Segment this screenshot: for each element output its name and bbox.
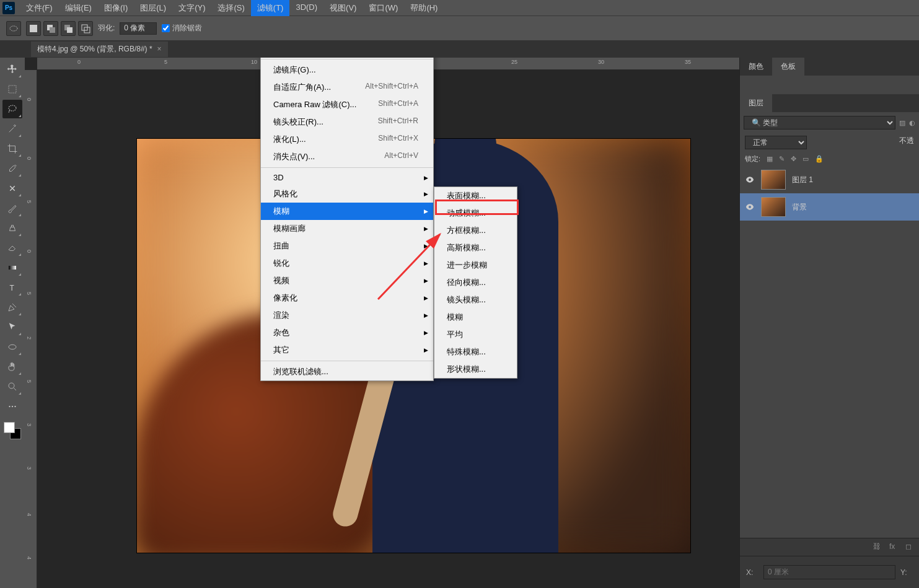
menu-像素化[interactable]: 像素化 — [261, 289, 433, 307]
lock-all-icon[interactable]: 🔒 — [815, 155, 824, 163]
layer-mask-icon[interactable]: ◻ — [905, 542, 915, 552]
document-tab[interactable]: 模特4.jpg @ 50% (背景, RGB/8#) * × — [31, 42, 168, 57]
layer-kind-select[interactable]: 🔍 类型 — [744, 116, 895, 129]
feather-input[interactable] — [120, 22, 157, 35]
submenu-特殊模糊...[interactable]: 特殊模糊... — [434, 343, 517, 361]
eraser-tool[interactable] — [2, 239, 22, 257]
tab-layers[interactable]: 图层 — [740, 94, 772, 112]
submenu-进一步模糊[interactable]: 进一步模糊 — [434, 257, 517, 274]
submenu-平均[interactable]: 平均 — [434, 326, 517, 343]
x-value[interactable]: 0 厘米 — [763, 565, 895, 579]
lasso-tool[interactable] — [2, 100, 22, 118]
filter-adjust-icon[interactable]: ◐ — [909, 119, 915, 127]
menu-模糊[interactable]: 模糊 — [261, 203, 433, 220]
magic-wand-tool[interactable] — [2, 120, 22, 138]
healing-tool[interactable] — [2, 179, 22, 198]
antialias-label: 消除锯齿 — [172, 23, 202, 33]
edit-toolbar[interactable] — [2, 397, 22, 416]
menu-liquify[interactable]: 液化(L)...Shift+Ctrl+X — [261, 131, 433, 148]
menu-渲染[interactable]: 渲染 — [261, 307, 433, 324]
layer-name-label: 背景 — [792, 202, 807, 213]
submenu-方框模糊...[interactable]: 方框模糊... — [434, 222, 517, 239]
menu-选择(S)[interactable]: 选择(S) — [211, 0, 250, 16]
menu-窗口(W)[interactable]: 窗口(W) — [363, 0, 404, 16]
submenu-径向模糊...[interactable]: 径向模糊... — [434, 274, 517, 291]
tab-swatches[interactable]: 色板 — [772, 58, 804, 76]
layer-fx-icon[interactable]: fx — [889, 542, 899, 552]
submenu-动感模糊...[interactable]: 动感模糊... — [434, 204, 517, 222]
sel-new-icon[interactable] — [26, 21, 41, 36]
crop-tool[interactable] — [2, 139, 22, 158]
layer-图层 1[interactable]: 图层 1 — [740, 166, 919, 193]
antialias-check[interactable] — [162, 24, 170, 32]
swatches-panel-body — [740, 76, 919, 94]
svg-rect-1 — [30, 25, 37, 32]
gradient-tool[interactable] — [2, 258, 22, 277]
menu-风格化[interactable]: 风格化 — [261, 185, 433, 203]
blend-mode-select[interactable]: 正常 — [745, 136, 807, 149]
lock-position-icon[interactable]: ✥ — [791, 155, 796, 163]
sel-add-icon[interactable] — [43, 21, 58, 36]
menu-滤镜(T)[interactable]: 滤镜(T) — [251, 0, 290, 16]
lock-artboard-icon[interactable]: ▭ — [802, 155, 809, 163]
brush-tool[interactable] — [2, 199, 22, 217]
submenu-镜头模糊...[interactable]: 镜头模糊... — [434, 291, 517, 309]
clone-stamp-tool[interactable] — [2, 219, 22, 237]
filter-image-icon[interactable]: ▨ — [899, 119, 905, 127]
menu-视图(V)[interactable]: 视图(V) — [323, 0, 363, 16]
submenu-表面模糊...[interactable]: 表面模糊... — [434, 187, 517, 204]
menu-扭曲[interactable]: 扭曲 — [261, 237, 433, 255]
opacity-label: 不透 — [899, 136, 914, 149]
menu-3D[interactable]: 3D — [261, 170, 433, 185]
menu-杂色[interactable]: 杂色 — [261, 324, 433, 341]
menu-图层(L)[interactable]: 图层(L) — [134, 0, 172, 16]
tab-color[interactable]: 颜色 — [740, 58, 772, 76]
menu-3D(D)[interactable]: 3D(D) — [289, 0, 323, 16]
canvas-area[interactable]: 05101520253035175 00505253344 上次滤镜操作(F)A… — [25, 58, 739, 588]
submenu-形状模糊...[interactable]: 形状模糊... — [434, 361, 517, 378]
submenu-高斯模糊...[interactable]: 高斯模糊... — [434, 239, 517, 257]
menu-锐化[interactable]: 锐化 — [261, 255, 433, 272]
pen-tool[interactable] — [2, 298, 22, 317]
menu-browse-online[interactable]: 浏览联机滤镜... — [261, 363, 433, 380]
move-tool[interactable] — [2, 60, 22, 79]
active-tool-icon[interactable] — [6, 21, 21, 36]
visibility-icon[interactable] — [745, 202, 755, 212]
lock-paint-icon[interactable]: ✎ — [779, 155, 785, 163]
zoom-tool[interactable] — [2, 377, 22, 396]
visibility-icon[interactable] — [745, 175, 755, 185]
menu-图像(I)[interactable]: 图像(I) — [98, 0, 134, 16]
foreground-color-swatch[interactable] — [4, 422, 15, 433]
path-select-tool[interactable] — [2, 318, 22, 336]
menu-文件(F)[interactable]: 文件(F) — [20, 0, 59, 16]
type-tool[interactable]: T — [2, 278, 22, 297]
link-layers-icon[interactable]: ⛓ — [873, 542, 883, 552]
lock-pixels-icon[interactable]: ▦ — [767, 155, 773, 163]
layer-thumbnail[interactable] — [761, 197, 786, 217]
antialias-checkbox[interactable]: 消除锯齿 — [162, 23, 202, 33]
marquee-tool[interactable] — [2, 80, 22, 99]
sel-intersect-icon[interactable] — [78, 21, 93, 36]
layer-背景[interactable]: 背景 — [740, 193, 919, 221]
eyedropper-tool[interactable] — [2, 159, 22, 178]
submenu-模糊[interactable]: 模糊 — [434, 309, 517, 326]
shape-tool[interactable] — [2, 338, 22, 356]
menubar: Ps 文件(F)编辑(E)图像(I)图层(L)文字(Y)选择(S)滤镜(T)3D… — [0, 0, 919, 15]
menu-adaptive-wide[interactable]: 自适应广角(A)...Alt+Shift+Ctrl+A — [261, 79, 433, 96]
menu-视频[interactable]: 视频 — [261, 272, 433, 289]
menu-模糊画廊[interactable]: 模糊画廊 — [261, 220, 433, 237]
menu-camera-raw[interactable]: Camera Raw 滤镜(C)...Shift+Ctrl+A — [261, 96, 433, 113]
color-swatches[interactable] — [4, 422, 21, 439]
menu-帮助(H)[interactable]: 帮助(H) — [404, 0, 444, 16]
menu-vanishing[interactable]: 消失点(V)...Alt+Ctrl+V — [261, 148, 433, 165]
layers-footer: ⛓ fx ◻ — [740, 538, 919, 556]
sel-sub-icon[interactable] — [61, 21, 76, 36]
close-icon[interactable]: × — [157, 45, 162, 53]
menu-lens-correct[interactable]: 镜头校正(R)...Shift+Ctrl+R — [261, 113, 433, 131]
layer-thumbnail[interactable] — [761, 170, 786, 190]
menu-编辑(E)[interactable]: 编辑(E) — [59, 0, 98, 16]
menu-filter-gallery[interactable]: 滤镜库(G)... — [261, 61, 433, 79]
hand-tool[interactable] — [2, 358, 22, 376]
menu-文字(Y)[interactable]: 文字(Y) — [172, 0, 211, 16]
menu-其它[interactable]: 其它 — [261, 341, 433, 359]
